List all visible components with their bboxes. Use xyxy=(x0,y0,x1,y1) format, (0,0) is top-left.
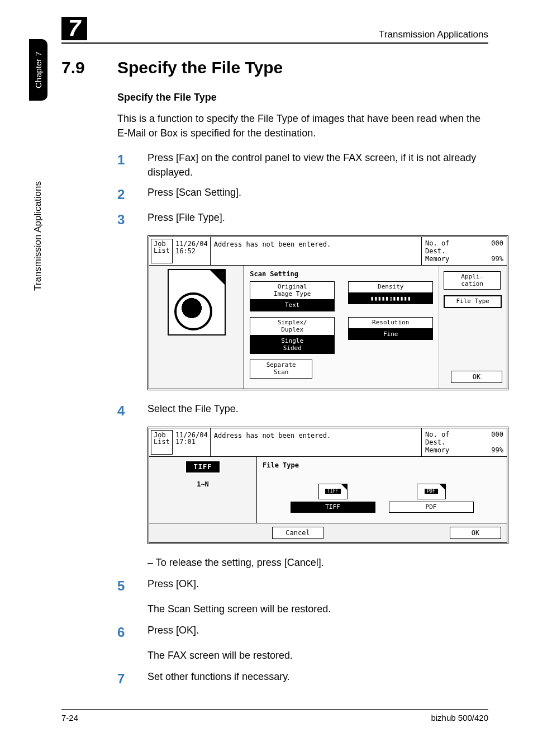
resolution-label: Resolution xyxy=(348,317,433,329)
current-file-type-badge: TIFF xyxy=(185,460,221,474)
step-number: 6 xyxy=(117,623,147,642)
dest-value: 000 xyxy=(491,431,503,446)
density-button[interactable]: ▮▮▮▮▮▯▮▮▮▮▮ xyxy=(348,293,433,305)
step-text: Press [Fax] on the control panel to view… xyxy=(147,150,488,179)
job-list-button[interactable]: Job List xyxy=(151,430,173,455)
document-preview-icon xyxy=(168,269,226,336)
step-7: 7 Set other functions if necessary. xyxy=(117,669,488,689)
step-4: 4 Select the File Type. xyxy=(117,401,488,421)
step-4-subnote: – To release the setting, press [Cancel]… xyxy=(159,555,488,570)
memory-label: Memory xyxy=(425,255,449,263)
section-number: 7.9 xyxy=(61,58,117,77)
lcd-status: No. of Dest.000 Memory99% xyxy=(421,237,507,265)
page-number: 7-24 xyxy=(61,713,78,722)
step-5-result: The Scan Setting screen will be restored… xyxy=(147,602,488,616)
original-image-type-label: Original Image Type xyxy=(250,281,335,300)
step-text: Press [Scan Setting]. xyxy=(147,185,241,205)
pdf-mini-icon: PDF xyxy=(425,489,438,494)
resolution-button[interactable]: Fine xyxy=(348,329,433,341)
section-title: Specify the File Type xyxy=(117,58,283,77)
step-2: 2 Press [Scan Setting]. xyxy=(117,185,488,205)
section-heading: 7.9 Specify the File Type xyxy=(61,58,488,77)
step-text: Set other functions if necessary. xyxy=(147,669,290,689)
original-image-type-button[interactable]: Text xyxy=(250,300,335,311)
step-number: 7 xyxy=(117,669,147,689)
lcd-message: Address has not been entered. xyxy=(210,237,421,265)
tiff-option-button[interactable]: TIFF xyxy=(291,502,375,513)
page-footer: 7-24 bizhub 500/420 xyxy=(61,709,488,722)
lcd-datetime: 11/26/04 16:52 xyxy=(174,237,210,265)
page-range-label: 1∼N xyxy=(197,480,209,488)
step-6-result: The FAX screen will be restored. xyxy=(147,648,488,663)
section-tab: Transmission Applications xyxy=(29,181,47,291)
step-number: 1 xyxy=(117,150,147,179)
cancel-button[interactable]: Cancel xyxy=(272,527,323,539)
lcd-panel-title: File Type xyxy=(263,461,501,469)
step-number: 3 xyxy=(117,210,147,230)
ok-button[interactable]: OK xyxy=(450,527,501,539)
dest-value: 000 xyxy=(491,239,503,255)
step-text: Select the File Type. xyxy=(147,401,239,421)
running-title: Transmission Applications xyxy=(379,29,488,40)
separate-scan-button[interactable]: Separate Scan xyxy=(250,360,312,378)
duplex-button[interactable]: Single Sided xyxy=(250,336,335,354)
step-text: Press [File Type]. xyxy=(147,210,225,230)
dest-label: No. of Dest. xyxy=(425,239,449,255)
application-button[interactable]: Appli- cation xyxy=(444,271,501,290)
memory-value: 99% xyxy=(491,446,503,454)
dest-label: No. of Dest. xyxy=(425,431,449,446)
step-6: 6 Press [OK]. xyxy=(117,623,488,642)
lcd-datetime: 11/26/04 17:01 xyxy=(174,428,210,456)
lcd-message: Address has not been entered. xyxy=(210,428,421,456)
step-text: Press [OK]. xyxy=(147,577,199,596)
job-list-button[interactable]: Job List xyxy=(151,239,173,263)
step-1: 1 Press [Fax] on the control panel to vi… xyxy=(117,150,488,179)
memory-label: Memory xyxy=(425,446,449,454)
product-name: bizhub 500/420 xyxy=(431,713,488,722)
chapter-tab: Chapter 7 xyxy=(29,39,47,101)
file-type-button[interactable]: File Type xyxy=(444,295,502,308)
section-subheading: Specify the File Type xyxy=(117,92,488,103)
step-number: 2 xyxy=(117,185,147,205)
lcd-status: No. of Dest.000 Memory99% xyxy=(421,428,507,456)
lcd-panel-title: Scan Setting xyxy=(250,270,433,278)
duplex-label: Simplex/ Duplex xyxy=(250,317,335,336)
pdf-option-button[interactable]: PDF xyxy=(389,502,474,513)
density-label: Density xyxy=(348,281,433,293)
step-number: 5 xyxy=(117,577,147,596)
chapter-number-badge: 7 xyxy=(61,17,87,40)
ok-button[interactable]: OK xyxy=(451,371,502,383)
intro-paragraph: This is a function to specify the File T… xyxy=(117,111,488,140)
memory-value: 99% xyxy=(491,255,503,263)
step-text: Press [OK]. xyxy=(147,623,199,642)
lcd-panel-file-type: Job List 11/26/04 17:01 Address has not … xyxy=(147,427,508,545)
lcd-panel-scan-setting: Job List 11/26/04 16:52 Address has not … xyxy=(147,235,508,390)
tiff-mini-icon: TIFF xyxy=(325,489,341,494)
step-number: 4 xyxy=(117,401,147,421)
step-3: 3 Press [File Type]. xyxy=(117,210,488,230)
page-header: 7 Transmission Applications xyxy=(61,17,488,44)
step-5: 5 Press [OK]. xyxy=(117,577,488,596)
